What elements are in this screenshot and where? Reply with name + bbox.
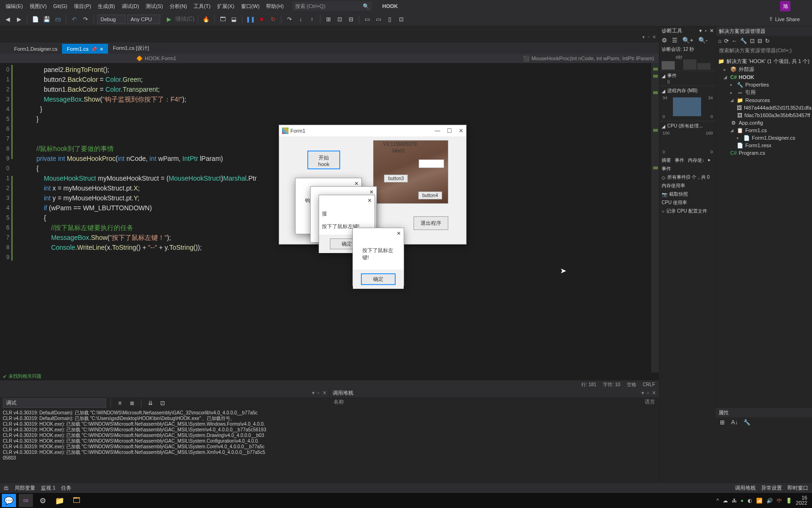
saveall-icon[interactable]: 🗃 [53, 15, 62, 24]
menu-debug[interactable]: 调试(D) [119, 1, 142, 11]
menu-build[interactable]: 生成(B) [95, 1, 118, 11]
menu-window[interactable]: 窗口(W) [238, 1, 263, 11]
output-content[interactable]: CLR v4.0.30319: DefaultDomain): 已加载 "C:\… [0, 408, 329, 483]
step-out-icon[interactable]: ↑ [307, 15, 317, 24]
menu-edit[interactable]: 编辑(E) [3, 1, 26, 11]
live-share[interactable]: ⇪ Live Share [769, 16, 800, 22]
minimap[interactable] [651, 63, 659, 373]
error-strip[interactable]: ✔ 未找到相关问题 [0, 373, 659, 380]
diag-row-record[interactable]: ○记录 CPU 配置文件 [660, 207, 716, 215]
taskbar-app1-icon[interactable]: 💬 [2, 494, 16, 507]
tray-up-icon[interactable]: ^ [717, 498, 719, 503]
panel-pin2-icon[interactable]: ▫ [318, 390, 320, 396]
restart-icon[interactable]: ↻ [268, 15, 278, 24]
cs-col-lang[interactable]: 语言 [645, 398, 655, 405]
diag-list-icon[interactable]: ☰ [672, 37, 678, 44]
tb-icon-5[interactable]: ▭ [374, 15, 383, 24]
tab-callstack[interactable]: 调用堆栈 [735, 484, 756, 492]
sol-showall-icon[interactable]: ⊡ [750, 38, 755, 44]
menu-help[interactable]: 帮助(H) [263, 1, 286, 11]
memory-chart[interactable]: 3434 00 [662, 95, 714, 119]
search-box[interactable]: 搜索 (Ctrl+Q) 🔍 [292, 1, 372, 11]
expand-icon[interactable]: ◢ [662, 88, 665, 94]
tree-project-hook[interactable]: ◢C#HOOK [717, 73, 811, 81]
line-ending[interactable]: CRLF [643, 382, 655, 387]
minimize-icon[interactable]: — [435, 127, 440, 134]
diag-zoomin-icon[interactable]: 🔍+ [682, 37, 694, 44]
diag-close-icon[interactable]: ✕ [710, 28, 714, 34]
white-field[interactable] [419, 159, 444, 168]
tab-form1-cs[interactable]: Form1.cs📌✕ [62, 44, 108, 54]
tray-ime-icon[interactable]: 中 [777, 497, 782, 504]
tree-resources[interactable]: ◢📁Resources [717, 96, 811, 104]
menu-git[interactable]: Git(G) [50, 2, 70, 10]
tb-icon-7[interactable]: ⊡ [397, 15, 406, 24]
cs-close-icon[interactable]: ✕ [652, 390, 656, 396]
diag-gear-icon[interactable]: ⚙ [662, 37, 667, 44]
taskbar-settings-icon[interactable]: ⚙ [36, 494, 50, 507]
start-hook-button[interactable]: 开始hook [307, 151, 340, 169]
sol-refresh-icon[interactable]: ↻ [765, 38, 770, 44]
output-opt-icon[interactable]: ⊡ [158, 398, 167, 408]
breadcrumb-method[interactable]: MouseHookProc(int nCode, int wParm, IntP… [531, 56, 654, 61]
step-into-icon[interactable]: ↓ [296, 15, 305, 24]
hot-reload-icon[interactable]: 🔥 [202, 15, 211, 24]
prop-cat-icon[interactable]: ⊞ [718, 418, 727, 427]
browse-icon[interactable]: 🗔 [218, 15, 227, 24]
tab-immediate[interactable]: 即时窗口 [788, 484, 808, 492]
tray-icon-2[interactable]: ◐ [748, 498, 752, 504]
tray-wifi-icon[interactable]: 📶 [756, 498, 763, 504]
menu-project[interactable]: 项目(P) [71, 1, 94, 11]
taskbar-vs-icon[interactable]: ∞ [19, 494, 33, 507]
tb-icon-3[interactable]: ⊟ [346, 15, 356, 24]
sol-collapse-icon[interactable]: ⊟ [757, 38, 762, 44]
tb-icon-2[interactable]: ⊡ [335, 15, 344, 24]
form1-titlebar[interactable]: Form1 — ☐ ✕ [279, 125, 466, 136]
tab-form1-designer[interactable]: Form1.Designer.cs [9, 44, 62, 54]
tab-output[interactable]: 出 [4, 484, 9, 492]
tree-form1[interactable]: ◢📋Form1.cs [717, 127, 811, 134]
back-icon[interactable]: ◀ [3, 15, 12, 24]
expand-icon[interactable]: ◢ [662, 73, 665, 79]
tree-res-file1[interactable]: 🖼f487a444add52d1f1352d1dfa [717, 104, 811, 111]
taskbar-explorer-icon[interactable]: 📁 [53, 494, 67, 507]
button4[interactable]: button4 [418, 191, 442, 199]
user-badge[interactable]: 旭 [780, 1, 790, 11]
close-icon[interactable]: ✕ [367, 198, 372, 204]
close-icon[interactable]: ✕ [369, 189, 374, 195]
prop-wrench-icon[interactable]: 🔧 [742, 418, 751, 427]
tree-solution[interactable]: 📁解决方案 'HOOK' (1 个项目, 共 1 个) [717, 57, 811, 65]
tree-external[interactable]: ▸📦外部源 [717, 65, 811, 73]
cs-col-name[interactable]: 名称 [334, 398, 344, 405]
tb-icon-1[interactable]: ⊞ [324, 15, 333, 24]
menu-extensions[interactable]: 扩展(X) [214, 1, 237, 11]
new-icon[interactable]: 📄 [31, 15, 40, 24]
exit-button[interactable]: 退出程序 [414, 216, 448, 230]
tab-tasks[interactable]: 任务 [61, 484, 71, 492]
continue-icon[interactable]: ▶ [164, 15, 173, 24]
diag-zoomout-icon[interactable]: 🔍- [698, 37, 708, 44]
diag-tab-summary[interactable]: 摘要 [662, 157, 671, 164]
diag-tab-events[interactable]: 事件 [675, 157, 684, 164]
step-over-icon[interactable]: ↷ [285, 15, 294, 24]
undo-icon[interactable]: ↶ [70, 15, 79, 24]
tray-vol-icon[interactable]: 🔊 [766, 498, 773, 504]
diag-pin-icon[interactable]: ▫ [705, 28, 707, 34]
panel-pin-icon[interactable]: ▫ [648, 34, 649, 42]
diag-row-allevents[interactable]: ◇所有事件(0 个，共 0 [660, 173, 716, 182]
solution-tree[interactable]: 📁解决方案 'HOOK' (1 个项目, 共 1 个) ▸📦外部源 ◢C#HOO… [716, 56, 812, 407]
indent-mode[interactable]: 空格 [627, 381, 636, 388]
platform-combo[interactable]: Any CPU [127, 15, 160, 24]
close-icon[interactable]: ✕ [397, 230, 401, 237]
panel-close-icon[interactable]: ✕ [652, 34, 656, 42]
diag-tab-more-icon[interactable]: ▸ [708, 157, 710, 164]
tree-form1-resx[interactable]: 📄Form1.resx [717, 142, 811, 149]
tree-res-file2[interactable]: 🖼fdac7b1600a3e35bfb53457ff [717, 111, 811, 119]
cs-pin-icon[interactable]: ▫ [647, 390, 649, 396]
tray-cloud-icon[interactable]: ☁ [723, 498, 728, 504]
panel-dd-icon[interactable]: ▾ [312, 390, 315, 396]
cpu-chart[interactable]: 100100 00 [662, 131, 714, 154]
panel-min-icon[interactable]: ▾ [642, 34, 645, 42]
pause-icon[interactable]: ❚❚ [246, 15, 255, 24]
menu-test[interactable]: 测试(S) [143, 1, 166, 11]
